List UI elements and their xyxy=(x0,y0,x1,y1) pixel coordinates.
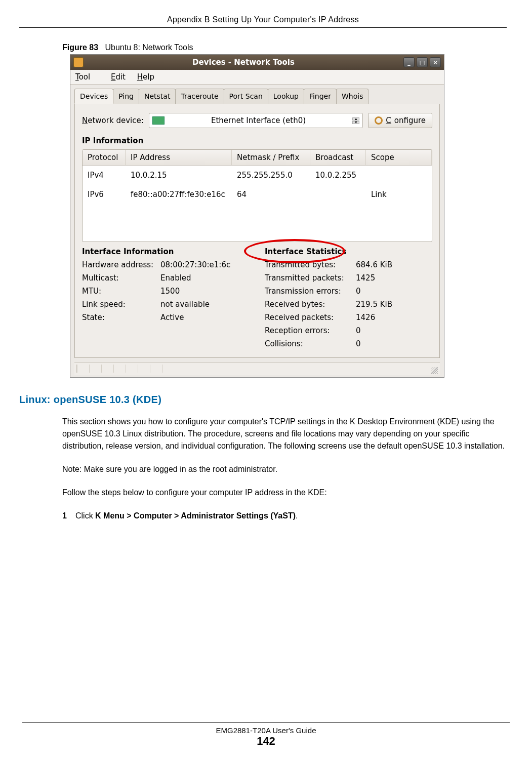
tab-body: Network device: Ethernet Interface (eth0… xyxy=(74,104,440,358)
figure-label: Figure 83 xyxy=(62,43,98,52)
tab-finger[interactable]: Finger xyxy=(304,89,337,104)
tab-ping[interactable]: Ping xyxy=(113,89,139,104)
page-number: 142 xyxy=(0,735,532,748)
interface-info-heading: Interface Information xyxy=(82,247,250,256)
menu-tool[interactable]: Tool xyxy=(75,72,99,82)
tab-lookup[interactable]: Lookup xyxy=(268,89,304,104)
running-header: Appendix B Setting Up Your Computer's IP… xyxy=(19,15,507,28)
status-progress xyxy=(76,365,162,373)
app-icon xyxy=(73,57,84,67)
table-row[interactable]: IPv4 10.0.2.15 255.255.255.0 10.0.2.255 xyxy=(83,166,432,185)
menubar: Tool Edit Help xyxy=(70,70,444,85)
nic-icon xyxy=(152,116,165,125)
figure-caption: Figure 83 Ubuntu 8: Network Tools xyxy=(62,43,507,52)
minimize-button[interactable]: _ xyxy=(403,57,415,67)
note-paragraph: Note: Make sure you are logged in as the… xyxy=(62,463,507,475)
menu-help[interactable]: Help xyxy=(137,72,154,82)
paragraph: This section shows you how to configure … xyxy=(62,416,507,452)
maximize-button[interactable]: □ xyxy=(417,57,428,67)
col-netmask[interactable]: Netmask / Prefix xyxy=(232,150,310,165)
col-ip[interactable]: IP Address xyxy=(126,150,232,165)
resize-grip-icon[interactable] xyxy=(431,367,438,374)
step-number: 1 xyxy=(62,510,75,522)
col-scope[interactable]: Scope xyxy=(366,150,432,165)
tab-strip: Devices Ping Netstat Traceroute Port Sca… xyxy=(70,85,444,104)
tab-devices[interactable]: Devices xyxy=(74,89,113,104)
table-row[interactable]: IPv6 fe80::a00:27ff:fe30:e16c 64 Link xyxy=(83,185,432,204)
screenshot-network-tools: Devices - Network Tools _ □ × Tool Edit … xyxy=(70,54,444,378)
close-button[interactable]: × xyxy=(430,57,441,67)
tab-netstat[interactable]: Netstat xyxy=(139,89,176,104)
window-title: Devices - Network Tools xyxy=(84,58,403,67)
footer-guide: EMG2881-T20A User's Guide xyxy=(0,726,532,735)
interface-stats-col: Interface Statistics Transmitted bytes:6… xyxy=(265,247,432,352)
figure-caption-text: Ubuntu 8: Network Tools xyxy=(105,43,193,52)
paragraph: Follow the steps below to configure your… xyxy=(62,487,507,499)
col-broadcast[interactable]: Broadcast xyxy=(310,150,366,165)
configure-button[interactable]: Configure xyxy=(368,113,432,128)
tab-traceroute[interactable]: Traceroute xyxy=(175,89,224,104)
network-device-label: Network device: xyxy=(82,116,144,125)
interface-info-col: Interface Information Hardware address:0… xyxy=(82,247,250,352)
tab-whois[interactable]: Whois xyxy=(336,89,369,104)
titlebar[interactable]: Devices - Network Tools _ □ × xyxy=(70,55,444,70)
interface-stats-heading: Interface Statistics xyxy=(265,247,432,256)
page-footer: EMG2881-T20A User's Guide 142 xyxy=(0,722,532,748)
section-heading: Linux: openSUSE 10.3 (KDE) xyxy=(19,394,507,406)
combo-spinner-icon[interactable]: ▴▾ xyxy=(352,117,359,124)
tab-portscan[interactable]: Port Scan xyxy=(224,89,268,104)
menu-edit[interactable]: Edit xyxy=(111,72,126,82)
ip-info-heading: IP Information xyxy=(82,136,432,145)
step-1: 1Click K Menu > Computer > Administrator… xyxy=(62,510,507,522)
col-protocol[interactable]: Protocol xyxy=(83,150,126,165)
network-device-combo[interactable]: Ethernet Interface (eth0) ▴▾ xyxy=(149,113,363,128)
wrench-icon xyxy=(375,116,383,125)
selected-device: Ethernet Interface (eth0) xyxy=(165,116,353,125)
statusbar xyxy=(74,362,440,375)
ip-table: Protocol IP Address Netmask / Prefix Bro… xyxy=(82,149,432,242)
